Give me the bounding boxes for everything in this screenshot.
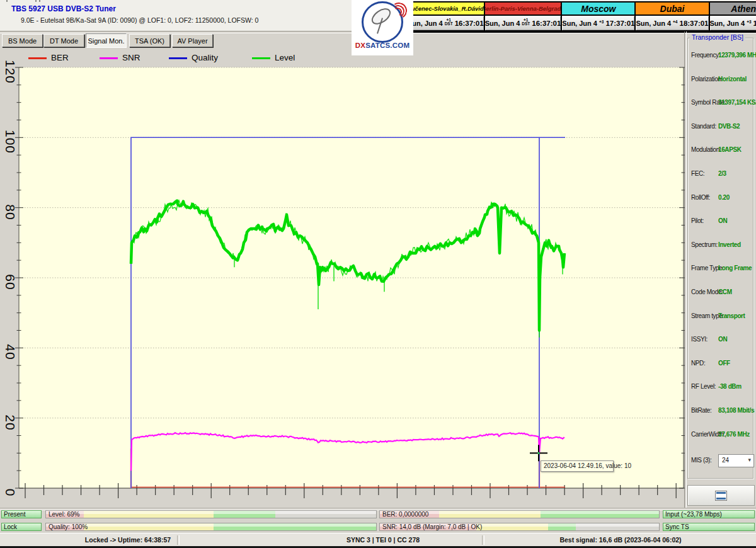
tp-label-frequency: Frequency: (691, 52, 720, 59)
meter-quality: Quality: 100% (45, 523, 377, 531)
clock-city-dubai: Dubai (636, 3, 708, 14)
indicator-lock: Lock (1, 523, 42, 531)
status-bar: Locked -> Uptime: 64:38:57 SYNC 3 | TEI … (0, 533, 756, 547)
meter-label: SNR: 14,0 dB (Margin: 7,0 dB | OK) (382, 523, 482, 530)
status-sync: SYNC 3 | TEI 0 | CC 278 (346, 534, 420, 547)
transponder-title: Transponder [BS] (690, 33, 745, 41)
device-title: TBS 5927 USB DVB-S2 Tuner (11, 4, 116, 13)
tp-label-spectrum: Spectrum: (691, 241, 718, 248)
meter-label: Quality: 100% (49, 523, 88, 530)
tp-label-npd: NPD: (691, 360, 705, 367)
tp-label-standard: Standard: (691, 123, 716, 130)
indicator-sync-ts: Sync TS (663, 523, 755, 531)
clock-time-athens: Sun, Jun 4+317:37:01 (710, 16, 756, 30)
meter-label: Level: 69% (49, 511, 79, 518)
tp-label-issyi: ISSYI: (691, 336, 707, 343)
clock-time-lu-enec-slovakia-r-d-vid: Sun, Jun 4+1DST16:37:01 (408, 16, 484, 30)
tab-signal-mon[interactable]: Signal Mon. (86, 33, 127, 48)
tp-value-rf-level: -38 dBm (718, 383, 742, 390)
status-divider (177, 535, 180, 545)
meter-ber: BER: 0,0000000 (379, 510, 660, 518)
clock-time-moscow: Sun, Jun 4+317:37:01 (562, 16, 634, 30)
clock-city-berlin-paris-vienna-belgrade: Berlin-Paris-Vienna-Belgrade (485, 3, 561, 14)
tab-bs-mode[interactable]: BS Mode (2, 34, 43, 47)
clock-city-lu-enec-slovakia-r-d-vid: Lučenec-Slovakia_R.Dávid (408, 3, 484, 14)
tab-av-player[interactable]: AV Player (172, 34, 213, 47)
tp-label-bitrate: BitRate: (691, 407, 711, 414)
clock-city-athens: Athens (710, 3, 756, 14)
panel-icon (715, 491, 727, 501)
tp-label-modulation: Modulation: (691, 146, 721, 153)
tp-value-carrierwidth: 37,676 MHz (718, 431, 750, 438)
indicator-input-23-78-mbps: Input (~23,78 Mbps) (663, 510, 755, 518)
chevron-down-icon: ▾ (748, 455, 751, 465)
tp-label-pilot: Pilot: (691, 217, 704, 224)
tab-tsa-ok[interactable]: TSA (OK) (129, 34, 170, 47)
tab-dt-mode[interactable]: DT Mode (43, 34, 84, 47)
tp-value-frame-type: Long Frame (718, 265, 752, 271)
tp-label-rolloff: RollOff: (691, 194, 710, 201)
chart-tooltip: 2023-06-04 12.49.16, value: 10 (541, 460, 614, 472)
clock-time-dubai: Sun, Jun 4+418:37:01 (636, 16, 708, 30)
status-uptime: Locked -> Uptime: 64:38:57 (85, 534, 171, 547)
tp-value-npd: OFF (718, 360, 730, 367)
tp-value-stream-type: Transport (718, 312, 745, 319)
tp-label-mis: MIS (3): (691, 457, 711, 464)
mis-selected-value: 24 (722, 457, 729, 464)
tp-value-code-mode: CCM (718, 288, 732, 295)
meter-level: Level: 69% (45, 510, 377, 518)
tp-value-bitrate: 83,108 Mbit/s (718, 407, 754, 414)
tp-value-symbol-rate: 31397,154 KS/s (718, 99, 756, 106)
dxsatcs-logo: DXSATCS.COM (352, 0, 413, 55)
tp-value-fec: 2/3 (718, 170, 726, 177)
status-divider (482, 535, 484, 545)
meter-gloss (46, 523, 376, 527)
tp-label-fec: FEC: (691, 170, 704, 177)
tp-value-spectrum: Inverted (718, 241, 741, 248)
meter-snr: SNR: 14,0 dB (Margin: 7,0 dB | OK) (379, 523, 660, 531)
meter-label: BER: 0,0000000 (382, 511, 428, 518)
mis-dropdown[interactable]: 24 ▾ (718, 454, 754, 467)
tp-value-pilot: ON (718, 217, 727, 224)
clipped-top-text (5, 0, 81, 3)
tp-value-issyi: ON (718, 336, 727, 343)
satellite-subtitle: 9.0E - Eutelsat 9B/Ka-Sat 9A (ID: 0090) … (21, 16, 258, 24)
signal-chart-svg (0, 50, 685, 509)
panel-tool-button[interactable] (687, 485, 755, 506)
clock-city-moscow: Moscow (562, 3, 634, 14)
world-clock-panel: Lučenec-Slovakia_R.DávidBerlin-Paris-Vie… (406, 1, 756, 33)
status-best-signal: Best signal: 16,6 dB (2023-06-04 06:02) (559, 534, 681, 547)
tp-value-modulation: 16APSK (718, 146, 742, 153)
tp-value-polarization: Horizontal (718, 76, 747, 83)
tp-label-rf-level: RF Level: (691, 383, 716, 390)
meter-gloss (46, 511, 376, 514)
indicator-present: Present (1, 510, 42, 518)
tp-value-standard: DVB-S2 (718, 123, 740, 130)
logo-text: DXSATCS.COM (352, 42, 413, 49)
tp-value-rolloff: 0.20 (718, 194, 730, 201)
tp-value-frequency: 12379,396 MHz (718, 52, 756, 59)
clock-time-berlin-paris-vienna-belgrade: Sun, Jun 4+1DST16:37:01 (485, 16, 561, 30)
